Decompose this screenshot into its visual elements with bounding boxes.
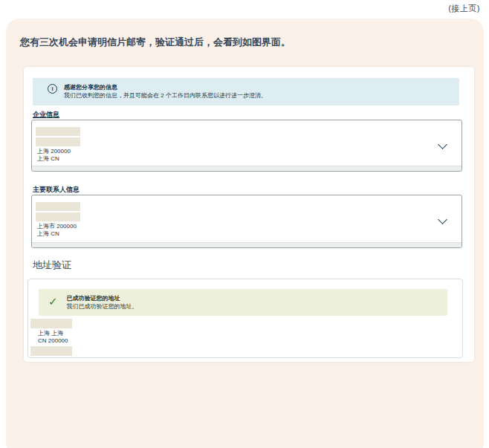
- contact-address-line: 上海市 200000: [37, 223, 462, 230]
- business-address-line: 上海 CN: [37, 155, 462, 163]
- checkmark-icon: ✓: [48, 296, 58, 308]
- page-title: 您有三次机会申请明信片邮寄，验证通过后，会看到如图界面。: [20, 36, 291, 49]
- info-banner-title: 感谢您分享您的信息: [64, 83, 267, 91]
- success-flash-banner: ✓ 已成功验证您的地址 我们已成功验证您的地址。: [39, 289, 447, 316]
- redacted-text-bar: [36, 202, 80, 211]
- success-banner-description: 我们已成功验证您的地址。: [67, 302, 138, 311]
- box-footer-strip: [32, 242, 462, 247]
- verified-address-block: 上海 上海 CN 200000: [30, 319, 72, 356]
- business-info-expandable-box[interactable]: 上海 200000 上海 CN: [31, 120, 462, 172]
- business-info-label: 企业信息: [33, 110, 59, 120]
- continued-from-previous-page-note: (接上页): [448, 3, 480, 14]
- redacted-text-bar: [36, 137, 80, 146]
- verified-address-line: 上海 上海: [38, 330, 72, 337]
- chevron-down-icon[interactable]: [436, 139, 450, 152]
- success-banner-title: 已成功验证您的地址: [67, 294, 138, 302]
- contact-address-line: 上海 CN: [37, 230, 462, 238]
- primary-contact-info-label: 主要联系人信息: [33, 185, 80, 195]
- redacted-text-bar: [30, 346, 72, 356]
- info-banner-description: 我们已收到您的信息，并且可能会在 2 个工作日内联系您以进行进一步澄清。: [64, 91, 267, 100]
- address-verification-title: 地址验证: [33, 259, 71, 272]
- redacted-text-bar: [36, 127, 80, 136]
- instruction-card: 您有三次机会申请明信片邮寄，验证通过后，会看到如图界面。 i 感谢您分享您的信息…: [6, 19, 484, 448]
- verification-result-screenshot-panel: i 感谢您分享您的信息 我们已收到您的信息，并且可能会在 2 个工作日内联系您以…: [24, 67, 474, 362]
- contact-info-expandable-box[interactable]: 上海市 200000 上海 CN: [31, 195, 462, 248]
- chevron-down-icon[interactable]: [436, 214, 450, 227]
- verified-address-line: CN 200000: [38, 337, 72, 345]
- redacted-text-bar: [30, 319, 72, 328]
- box-footer-strip: [32, 166, 462, 171]
- info-flash-banner: i 感谢您分享您的信息 我们已收到您的信息，并且可能会在 2 个工作日内联系您以…: [33, 78, 459, 105]
- address-verification-card: ✓ 已成功验证您的地址 我们已成功验证您的地址。 上海 上海 CN 200000: [27, 279, 463, 358]
- business-address-line: 上海 200000: [37, 148, 462, 155]
- info-circle-icon: i: [48, 84, 57, 94]
- redacted-text-bar: [36, 212, 80, 221]
